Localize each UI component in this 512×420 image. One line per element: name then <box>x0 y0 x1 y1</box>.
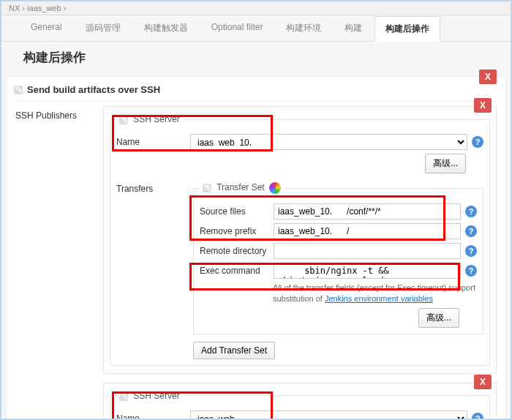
ssh-server-panel-2: X SSH Server Name iaas_web ? <box>103 383 497 420</box>
tab-triggers[interactable]: 构建触发器 <box>133 15 199 41</box>
ssh-server-fieldset: SSH Server Name iaas_web_10. ? 高级... Tra… <box>110 114 490 366</box>
server-name-select[interactable]: iaas_web_10. <box>190 134 467 150</box>
ssh-server-legend: SSH Server <box>116 114 183 124</box>
transfers-label: Transfers <box>116 179 186 359</box>
remote-dir-label: Remote directory <box>200 246 269 256</box>
ssh-server-fieldset: SSH Server Name iaas_web ? <box>110 391 490 420</box>
tab-build[interactable]: 构建 <box>334 15 373 41</box>
drag-handle-icon[interactable] <box>119 116 128 124</box>
help-icon[interactable]: ? <box>472 413 483 420</box>
drag-handle-icon[interactable] <box>14 86 23 94</box>
ssh-publishers-label: SSH Publishers <box>15 106 96 374</box>
breadcrumb-sep: › <box>64 4 67 12</box>
transfer-set-legend: Transfer Set <box>200 182 284 194</box>
exec-command-input[interactable]: sbin/nginx -t && sbin/nginx -s reload <box>274 263 461 279</box>
transfer-note: All of the transfer fields (except for E… <box>273 282 477 305</box>
post-build-area: X Send build artifacts over SSH SSH Publ… <box>6 76 506 420</box>
close-icon[interactable]: X <box>479 70 497 84</box>
jenkins-env-link[interactable]: Jenkins environment variables <box>325 294 433 303</box>
transfer-set-fieldset: Transfer Set Source files ? Remove prefi… <box>193 182 483 334</box>
drag-handle-icon[interactable] <box>119 392 128 401</box>
help-icon[interactable]: ? <box>472 136 483 148</box>
tab-build-env[interactable]: 构建环境 <box>275 15 332 41</box>
color-ball-icon <box>269 182 281 194</box>
tab-optional[interactable]: Optional filter <box>200 15 274 41</box>
server-name-select[interactable]: iaas_web <box>190 410 467 420</box>
ssh-server-legend: SSH Server <box>116 391 183 401</box>
close-icon[interactable]: X <box>474 98 492 113</box>
tab-post-build[interactable]: 构建后操作 <box>374 16 440 42</box>
close-icon[interactable]: X <box>474 375 492 389</box>
breadcrumb: NX › iaas_web › <box>1 1 511 15</box>
help-icon[interactable]: ? <box>465 206 477 217</box>
help-icon[interactable]: ? <box>465 225 477 237</box>
source-files-input[interactable] <box>274 203 461 220</box>
add-transfer-set-button[interactable]: Add Transfer Set <box>193 342 275 359</box>
breadcrumb-b[interactable]: iaas_web <box>27 4 61 12</box>
exec-command-label: Exec command <box>200 266 269 276</box>
source-files-label: Source files <box>200 206 269 217</box>
breadcrumb-a[interactable]: NX <box>9 4 20 12</box>
section-title: Send build artifacts over SSH <box>27 84 160 95</box>
remove-prefix-input[interactable] <box>274 223 461 239</box>
help-icon[interactable]: ? <box>465 245 477 257</box>
ssh-server-panel-1: X SSH Server Name iaas_web_10. ? 高级... <box>103 106 497 374</box>
remove-prefix-label: Remove prefix <box>200 226 269 236</box>
drag-handle-icon[interactable] <box>203 184 211 192</box>
name-label: Name <box>116 137 186 147</box>
tab-general[interactable]: General <box>20 15 73 41</box>
advanced-button[interactable]: 高级... <box>425 154 466 173</box>
help-icon[interactable]: ? <box>465 265 477 277</box>
tab-scm[interactable]: 源码管理 <box>75 15 132 41</box>
advanced-button[interactable]: 高级... <box>418 308 459 328</box>
breadcrumb-sep: › <box>22 4 25 12</box>
config-tabs: General 源码管理 构建触发器 Optional filter 构建环境 … <box>1 15 511 42</box>
remote-dir-input[interactable] <box>274 243 461 259</box>
page-title: 构建后操作 <box>1 42 511 76</box>
name-label: Name <box>116 413 186 420</box>
